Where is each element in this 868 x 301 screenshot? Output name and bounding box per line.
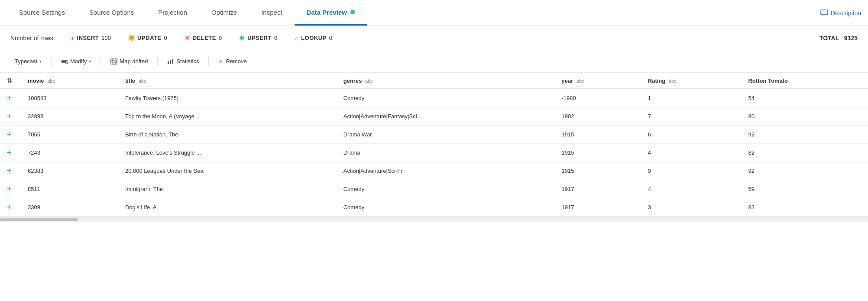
update-value: 0 xyxy=(164,35,167,41)
table-row: +7243Intolerance: Love's Struggle ...Dra… xyxy=(0,144,868,162)
delete-label: DELETE xyxy=(193,35,216,41)
toolbar: Typecast ▾ Modify ▾ Map drifted xyxy=(0,50,868,73)
update-icon: ✱ xyxy=(128,33,135,43)
row-title-cell: Intolerance: Love's Struggle ... xyxy=(118,144,337,162)
row-year-cell: 1915 xyxy=(555,162,641,180)
row-title-cell: Birth of a Nation, The xyxy=(118,126,337,144)
row-insert-icon: + xyxy=(0,144,21,162)
insert-icon: + xyxy=(71,34,74,42)
col-movie-label: movie xyxy=(28,78,44,84)
row-movie-cell: 7243 xyxy=(21,144,118,162)
row-insert-icon: + xyxy=(0,180,21,198)
top-nav: Source Settings Source Options Projectio… xyxy=(0,0,868,26)
row-year-cell: 1902 xyxy=(555,107,641,126)
col-movie-type: abc xyxy=(47,78,55,84)
svg-rect-0 xyxy=(821,10,828,15)
lookup-value: 0 xyxy=(329,35,332,41)
svg-rect-12 xyxy=(172,59,173,64)
col-rating[interactable]: Rating abc xyxy=(641,73,742,89)
data-preview-dot xyxy=(350,10,355,14)
row-year-cell: 1917 xyxy=(555,198,641,217)
row-movie-cell: 32898 xyxy=(21,107,118,126)
map-drifted-button[interactable]: Map drifted xyxy=(106,56,152,67)
stats-bar: Number of rows + INSERT 100 ✱ UPDATE 0 ✕… xyxy=(0,26,868,50)
row-insert-icon: + xyxy=(0,162,21,180)
insert-stat: + INSERT 100 xyxy=(71,34,111,42)
tab-source-settings[interactable]: Source Settings xyxy=(7,0,77,26)
svg-rect-11 xyxy=(170,60,171,64)
description-label: Description xyxy=(831,10,861,16)
row-year-cell: 1917 xyxy=(555,180,641,198)
col-genres[interactable]: genres abc xyxy=(337,73,555,89)
update-label: UPDATE xyxy=(137,35,161,41)
insert-value: 100 xyxy=(101,35,111,41)
row-rotten-cell: 92 xyxy=(741,126,868,144)
row-rating-cell: 7 xyxy=(641,107,742,126)
modify-button[interactable]: Modify ▾ xyxy=(57,56,95,67)
tab-projection-label: Projection xyxy=(158,9,187,16)
typecast-chevron-icon: ▾ xyxy=(39,59,42,64)
toolbar-sep-1 xyxy=(51,57,52,66)
modify-chevron-icon: ▾ xyxy=(89,59,91,64)
chat-icon xyxy=(820,10,828,16)
svg-rect-1 xyxy=(62,60,68,61)
rows-label: Number of rows xyxy=(10,35,53,42)
statistics-button[interactable]: Statistics xyxy=(163,56,203,67)
remove-label: Remove xyxy=(226,58,246,65)
tab-source-options[interactable]: Source Options xyxy=(77,0,146,26)
row-rating-cell: 9 xyxy=(641,162,742,180)
table-row: +32898Trip to the Moon, A (Voyage ...Act… xyxy=(0,107,868,126)
row-genres-cell: Action|Adventure|Fantasy|Sci... xyxy=(337,107,555,126)
svg-rect-7 xyxy=(111,59,117,64)
map-drifted-label: Map drifted xyxy=(120,58,148,65)
tab-data-preview[interactable]: Data Preview xyxy=(295,0,367,26)
data-table-container: ⇅ movie abc title abc genres abc year ab… xyxy=(0,73,868,222)
data-table: ⇅ movie abc title abc genres abc year ab… xyxy=(0,73,868,217)
lookup-icon: ⌕ xyxy=(295,34,298,42)
delete-icon: ✕ xyxy=(185,34,190,42)
col-year[interactable]: year abc xyxy=(555,73,641,89)
col-year-type: abc xyxy=(577,78,584,84)
row-movie-cell: 62383 xyxy=(21,162,118,180)
row-movie-cell: 8511 xyxy=(21,180,118,198)
remove-button[interactable]: ✕ Remove xyxy=(214,56,251,67)
col-title[interactable]: title abc xyxy=(118,73,337,89)
tab-inspect[interactable]: Inspect xyxy=(249,0,294,26)
col-title-label: title xyxy=(125,78,135,84)
table-row: +3309Dog's Life, AComedy1917383 xyxy=(0,198,868,217)
col-sort[interactable]: ⇅ xyxy=(0,73,21,89)
col-movie[interactable]: movie abc xyxy=(21,73,118,89)
description-button[interactable]: Description xyxy=(820,0,861,26)
upsert-label: UPSERT xyxy=(247,35,272,41)
tab-optimize-label: Optimize xyxy=(211,9,237,16)
row-title-cell: Trip to the Moon, A (Voyage ... xyxy=(118,107,337,126)
total-label: TOTAL xyxy=(819,35,839,42)
typecast-button[interactable]: Typecast ▾ xyxy=(10,56,46,67)
upsert-plus-icon: ✱ xyxy=(239,35,244,42)
tab-data-preview-label: Data Preview xyxy=(307,9,347,16)
tab-optimize[interactable]: Optimize xyxy=(199,0,249,26)
row-genres-cell: Comedy xyxy=(337,198,555,217)
row-year-cell: -1980 xyxy=(555,89,641,107)
row-rotten-cell: 54 xyxy=(741,89,868,107)
col-rotten[interactable]: Rotton Tomato xyxy=(741,73,868,89)
row-title-cell: 20,000 Leagues Under the Sea xyxy=(118,162,337,180)
table-row: +8511Immigrant, TheComedy1917459 xyxy=(0,180,868,198)
horizontal-scrollbar[interactable] xyxy=(0,217,868,222)
table-row: +7065Birth of a Nation, TheDrama|War1915… xyxy=(0,126,868,144)
tab-source-settings-label: Source Settings xyxy=(19,9,65,16)
row-rating-cell: 4 xyxy=(641,180,742,198)
row-rotten-cell: 59 xyxy=(741,180,868,198)
row-genres-cell: Action|Adventure|Sci-Fi xyxy=(337,162,555,180)
lookup-label: LOOKUP xyxy=(301,35,327,41)
col-rating-type: abc xyxy=(669,78,677,84)
toolbar-sep-2 xyxy=(100,57,101,66)
row-movie-cell: 3309 xyxy=(21,198,118,217)
toolbar-sep-3 xyxy=(157,57,158,66)
statistics-label: Statistics xyxy=(176,58,199,65)
tab-projection[interactable]: Projection xyxy=(146,0,199,26)
row-rotten-cell: 83 xyxy=(741,198,868,217)
scrollbar-thumb[interactable] xyxy=(0,218,78,221)
col-genres-label: genres xyxy=(343,78,362,84)
col-title-type: abc xyxy=(139,78,146,84)
